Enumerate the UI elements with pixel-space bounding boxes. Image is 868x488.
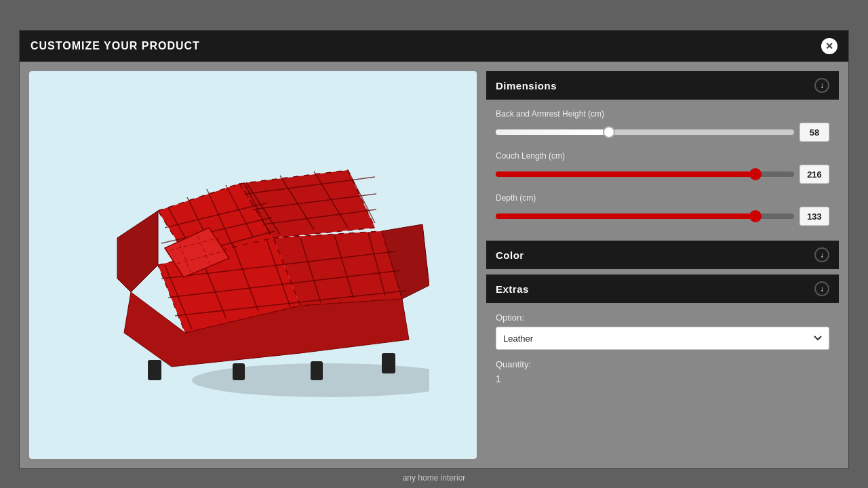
extras-collapse-icon[interactable]: ↓ xyxy=(814,281,829,296)
couch-length-value: 216 xyxy=(800,165,829,184)
depth-label: Depth (cm) xyxy=(496,193,829,203)
product-preview xyxy=(29,71,477,459)
gap-1 xyxy=(486,235,839,241)
back-armrest-label: Back and Armrest Height (cm) xyxy=(496,109,829,119)
bottom-text: any home interior xyxy=(403,473,466,483)
gap-2 xyxy=(486,269,839,274)
back-armrest-thumb[interactable] xyxy=(603,126,615,138)
dimensions-collapse-icon[interactable]: ↓ xyxy=(814,78,829,93)
back-armrest-row: 58 xyxy=(496,123,829,142)
dimensions-section-header[interactable]: Dimensions ↓ xyxy=(486,71,839,100)
back-armrest-track-container xyxy=(496,125,794,139)
depth-track-container xyxy=(496,209,794,223)
couch-length-track-container xyxy=(496,167,794,181)
right-panel: Dimensions ↓ Back and Armrest Height (cm… xyxy=(486,71,839,459)
couch-length-label: Couch Length (cm) xyxy=(496,151,829,161)
color-section-header[interactable]: Color ↓ xyxy=(486,241,839,269)
extras-title: Extras xyxy=(496,283,529,295)
quantity-label: Quantity: xyxy=(496,359,829,369)
option-select[interactable]: Leather Fabric Velvet xyxy=(496,327,829,350)
color-collapse-icon[interactable]: ↓ xyxy=(814,247,829,262)
svg-marker-9 xyxy=(117,211,158,292)
couch-length-row: 216 xyxy=(496,165,829,184)
back-armrest-group: Back and Armrest Height (cm) 58 xyxy=(496,109,829,142)
sofa-image xyxy=(77,129,429,401)
option-label: Option: xyxy=(496,312,829,323)
dimensions-title: Dimensions xyxy=(496,80,557,92)
back-armrest-value: 58 xyxy=(800,123,829,142)
customize-modal: CUSTOMIZE YOUR PRODUCT ✕ xyxy=(19,30,849,469)
depth-value: 133 xyxy=(800,207,829,226)
quantity-value: 1 xyxy=(496,373,829,384)
depth-group: Depth (cm) 133 xyxy=(496,193,829,226)
svg-rect-47 xyxy=(233,363,245,380)
close-button[interactable]: ✕ xyxy=(821,38,837,54)
couch-length-group: Couch Length (cm) 216 xyxy=(496,151,829,184)
extras-section-header[interactable]: Extras ↓ xyxy=(486,274,839,303)
modal-header: CUSTOMIZE YOUR PRODUCT ✕ xyxy=(20,30,848,62)
svg-rect-46 xyxy=(382,353,395,373)
svg-rect-45 xyxy=(148,360,161,380)
modal-title: CUSTOMIZE YOUR PRODUCT xyxy=(31,40,200,52)
depth-thumb[interactable] xyxy=(749,210,762,222)
svg-rect-48 xyxy=(311,361,323,380)
extras-content: Option: Leather Fabric Velvet Quantity: … xyxy=(486,303,839,394)
color-title: Color xyxy=(496,249,524,261)
dimensions-content: Back and Armrest Height (cm) 58 Couch xyxy=(486,100,839,235)
modal-body: Dimensions ↓ Back and Armrest Height (cm… xyxy=(20,62,848,468)
couch-length-thumb[interactable] xyxy=(749,168,762,180)
depth-row: 133 xyxy=(496,207,829,226)
